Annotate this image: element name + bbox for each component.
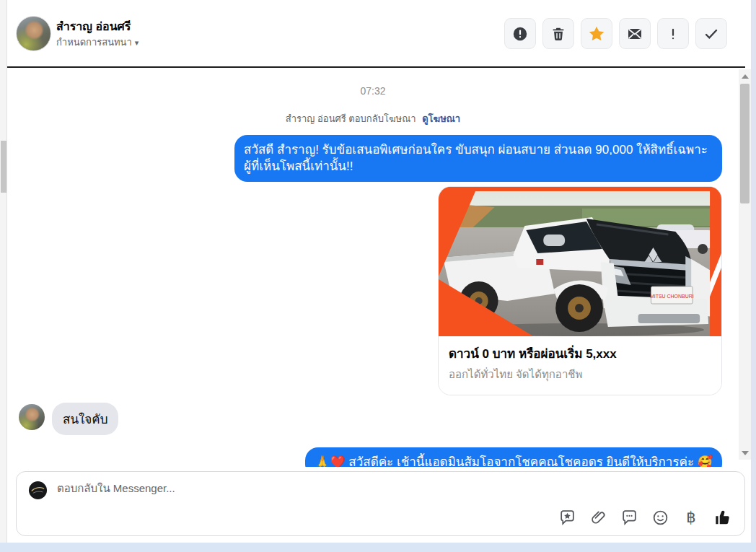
emoji-icon bbox=[651, 509, 669, 527]
like-button[interactable] bbox=[713, 508, 731, 527]
license-plate-text: MITSU CHONBURI bbox=[650, 294, 694, 299]
incoming-message-bubble: สนใจคับ bbox=[52, 403, 118, 435]
ad-card-text: ดาวน์ 0 บาท หรือผ่อนเริ่ม 5,xxx ออกได้ทั… bbox=[439, 336, 721, 395]
browser-horizontal-scrollbar[interactable] bbox=[0, 543, 756, 552]
ad-reply-context: สำราญ อ่อนศรี ตอบกลับโฆษณา ดูโฆษณา bbox=[7, 111, 739, 126]
outgoing-message-bubble: สวัสดี สำราญ! รับข้อเสนอพิเศษก่อนใคร ขับ… bbox=[234, 135, 722, 182]
message-list: 07:32 สำราญ อ่อนศรี ตอบกลับโฆษณา ดูโฆษณา… bbox=[7, 68, 751, 467]
scroll-up-arrow[interactable] bbox=[739, 71, 751, 82]
left-pane-scrollbar-thumb[interactable] bbox=[1, 141, 6, 193]
ad-card-title: ดาวน์ 0 บาท หรือผ่อนเริ่ม 5,xxx bbox=[449, 343, 711, 363]
done-check-icon bbox=[703, 25, 720, 43]
outgoing-message-bubble-partial: 🙏❤️ สวัสดีค่ะ เช้านี้แอดมินส้มโอจากโชคคู… bbox=[305, 447, 722, 467]
browser-vertical-scrollbar[interactable] bbox=[751, 0, 756, 552]
star-icon bbox=[587, 25, 606, 43]
header-action-bar bbox=[504, 18, 727, 49]
mark-unread-icon bbox=[626, 25, 643, 43]
ad-card[interactable]: MITSU CHONBURI ดาวน์ 0 บาท หรือผ่อนเริ่ม… bbox=[438, 186, 722, 395]
ad-reply-context-text: สำราญ อ่อนศรี ตอบกลับโฆษณา bbox=[286, 113, 416, 124]
saved-replies-button[interactable] bbox=[558, 508, 576, 527]
mark-done-button[interactable] bbox=[695, 18, 727, 49]
chat-scrollbar-thumb[interactable] bbox=[740, 84, 750, 203]
scroll-down-arrow[interactable] bbox=[739, 447, 751, 458]
chat-scrollbar[interactable] bbox=[739, 69, 751, 460]
reply-composer: ฿ bbox=[16, 471, 745, 536]
payment-button[interactable]: ฿ bbox=[682, 508, 700, 527]
view-ad-link[interactable]: ดูโฆษณา bbox=[422, 113, 460, 124]
chevron-down-icon: ▾ bbox=[135, 38, 139, 47]
contact-name: สำราญ อ่อนศรี bbox=[56, 17, 131, 35]
truck-photo-illustration: MITSU CHONBURI bbox=[439, 187, 721, 336]
conversation-schedule-label: กำหนดการสนทนา bbox=[56, 37, 132, 48]
delete-button[interactable] bbox=[542, 18, 574, 49]
trash-icon bbox=[550, 26, 566, 42]
emoji-button[interactable] bbox=[651, 508, 669, 527]
ad-card-subtitle: ออกได้ทั่วไทย จัดได้ทุกอาชีพ bbox=[449, 366, 711, 383]
open-messenger-button[interactable] bbox=[620, 508, 638, 527]
mark-unread-button[interactable] bbox=[619, 18, 651, 49]
saved-replies-icon bbox=[558, 509, 576, 527]
star-button[interactable] bbox=[581, 18, 612, 49]
contact-avatar[interactable] bbox=[16, 16, 51, 51]
timestamp-divider: 07:32 bbox=[7, 85, 739, 97]
comment-icon bbox=[620, 509, 638, 527]
conversation-schedule-dropdown[interactable]: กำหนดการสนทนา▾ bbox=[56, 35, 139, 50]
left-pane-scrollbar[interactable] bbox=[0, 0, 7, 543]
ad-card-image: MITSU CHONBURI bbox=[439, 187, 721, 336]
attachment-icon bbox=[589, 509, 607, 527]
composer-toolbar: ฿ bbox=[558, 508, 731, 527]
attach-file-button[interactable] bbox=[589, 508, 607, 527]
report-button[interactable] bbox=[504, 18, 536, 49]
reply-input[interactable] bbox=[57, 482, 562, 494]
exclamation-icon bbox=[665, 26, 681, 42]
report-icon bbox=[511, 25, 529, 43]
like-icon bbox=[713, 508, 731, 527]
conversation-header: สำราญ อ่อนศรี กำหนดการสนทนา▾ bbox=[7, 0, 751, 66]
messenger-inbox-window: สำราญ อ่อนศรี กำหนดการสนทนา▾ bbox=[0, 0, 751, 543]
flag-followup-button[interactable] bbox=[657, 18, 689, 49]
baht-icon: ฿ bbox=[686, 509, 695, 526]
sender-avatar[interactable] bbox=[19, 404, 45, 430]
page-logo bbox=[28, 481, 48, 500]
incoming-message-row: สนใจคับ bbox=[19, 403, 118, 435]
